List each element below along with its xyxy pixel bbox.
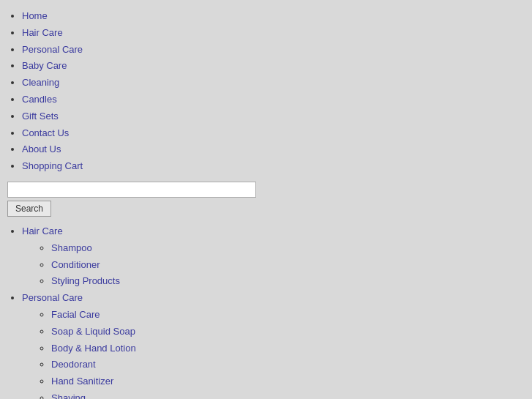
search-button[interactable]: Search [7,201,51,217]
top-nav-item: Home [22,9,525,24]
search-input[interactable] [7,182,256,198]
top-nav-link[interactable]: Contact Us [22,127,69,138]
top-nav-link[interactable]: Gift Sets [22,111,59,122]
category-link[interactable]: Hair Care [22,225,63,236]
category-nav-list: Hair CareShampooConditionerStyling Produ… [7,224,525,399]
top-nav-link[interactable]: Personal Care [22,44,83,55]
top-nav-link[interactable]: Home [22,10,48,21]
top-nav-item: Baby Care [22,59,525,74]
subcategory-link[interactable]: Shaving [51,392,86,399]
top-nav-item: Shopping Cart [22,159,525,174]
top-nav-link[interactable]: Candles [22,94,57,105]
search-container: Search [7,182,525,217]
top-nav-link[interactable]: Hair Care [22,27,63,38]
top-nav-link[interactable]: Shopping Cart [22,160,83,171]
top-nav-item: Gift Sets [22,109,525,124]
category-link[interactable]: Personal Care [22,292,83,303]
subcategory-list: Facial CareSoap & Liquid SoapBody & Hand… [22,307,525,399]
category-item: Hair CareShampooConditionerStyling Produ… [22,224,525,289]
subcategory-link[interactable]: Soap & Liquid Soap [51,326,135,337]
top-nav-link[interactable]: Cleaning [22,77,59,88]
subcategory-item: Deodorant [51,357,525,373]
subcategory-link[interactable]: Deodorant [51,359,96,370]
subcategory-item: Hand Sanitizer [51,374,525,389]
top-nav-item: Personal Care [22,42,525,58]
top-nav-item: Hair Care [22,26,525,41]
subcategory-link[interactable]: Conditioner [51,259,100,270]
top-nav-list: HomeHair CarePersonal CareBaby CareClean… [7,9,525,174]
subcategory-link[interactable]: Body & Hand Lotion [51,343,136,354]
subcategory-link[interactable]: Styling Products [51,275,120,286]
top-nav: HomeHair CarePersonal CareBaby CareClean… [7,9,525,174]
subcategory-list: ShampooConditionerStyling Products [22,241,525,289]
top-nav-link[interactable]: Baby Care [22,60,67,71]
top-nav-item: About Us [22,142,525,157]
category-nav: Hair CareShampooConditionerStyling Produ… [7,224,525,399]
top-nav-item: Contact Us [22,126,525,141]
page-container: HomeHair CarePersonal CareBaby CareClean… [7,9,525,399]
subcategory-item: Body & Hand Lotion [51,341,525,357]
top-nav-item: Candles [22,92,525,108]
top-nav-link[interactable]: About Us [22,143,61,154]
subcategory-item: Conditioner [51,258,525,273]
subcategory-item: Soap & Liquid Soap [51,324,525,340]
subcategory-link[interactable]: Hand Sanitizer [51,376,113,387]
top-nav-item: Cleaning [22,75,525,91]
subcategory-item: Shampoo [51,241,525,256]
subcategory-item: Shaving [51,391,525,399]
subcategory-link[interactable]: Facial Care [51,309,100,320]
subcategory-link[interactable]: Shampoo [51,242,92,253]
category-item: Personal CareFacial CareSoap & Liquid So… [22,291,525,399]
subcategory-item: Facial Care [51,307,525,323]
subcategory-item: Styling Products [51,274,525,289]
